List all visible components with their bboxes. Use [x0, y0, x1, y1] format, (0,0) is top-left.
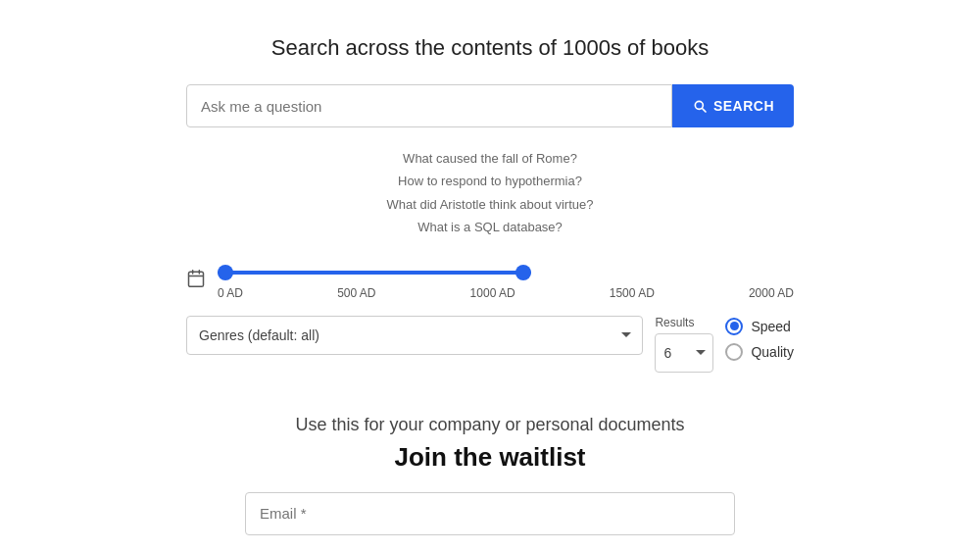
- results-group: Results 3 6 9 12: [655, 316, 713, 373]
- date-range-slider[interactable]: [218, 263, 531, 282]
- results-label: Results: [655, 316, 694, 329]
- bottom-subtitle: Use this for your company or personal do…: [295, 412, 684, 438]
- page-title: Search across the contents of 1000s of b…: [271, 35, 709, 61]
- slider-thumb-right[interactable]: [515, 265, 531, 280]
- radio-quality[interactable]: Quality: [725, 343, 794, 361]
- search-button-label: SEARCH: [713, 98, 774, 114]
- email-input[interactable]: [245, 492, 735, 535]
- radio-quality-circle: [725, 343, 743, 361]
- label-500-ad: 500 AD: [337, 286, 375, 300]
- svg-rect-0: [189, 272, 204, 286]
- slider-thumb-left[interactable]: [218, 265, 233, 280]
- bottom-title: Join the waitlist: [394, 442, 585, 473]
- filters-section: 0 AD 500 AD 1000 AD 1500 AD 2000 AD Genr…: [186, 263, 794, 373]
- search-icon: [692, 98, 708, 114]
- calendar-icon: [186, 269, 206, 293]
- radio-speed-label: Speed: [751, 319, 790, 334]
- search-button[interactable]: SEARCH: [672, 84, 794, 127]
- label-2000-ad: 2000 AD: [749, 286, 794, 300]
- controls-row: Genres (default: all) Fiction Non-Fictio…: [186, 316, 794, 373]
- radio-speed-circle: [725, 318, 743, 335]
- date-range-row: 0 AD 500 AD 1000 AD 1500 AD 2000 AD: [186, 263, 794, 300]
- example-line-2: How to respond to hypothermia?: [386, 170, 593, 192]
- search-bar-row: SEARCH: [186, 84, 794, 127]
- label-1000-ad: 1000 AD: [470, 286, 515, 300]
- bottom-section: Use this for your company or personal do…: [0, 412, 980, 535]
- page-wrapper: Search across the contents of 1000s of b…: [0, 0, 980, 535]
- example-line-1: What caused the fall of Rome?: [386, 147, 593, 170]
- example-line-3: What did Aristotle think about virtue?: [386, 193, 593, 216]
- radio-group: Speed Quality: [725, 316, 794, 361]
- results-select[interactable]: 3 6 9 12: [655, 333, 713, 373]
- example-queries: What caused the fall of Rome? How to res…: [386, 147, 593, 239]
- slider-labels: 0 AD 500 AD 1000 AD 1500 AD 2000 AD: [218, 286, 794, 300]
- genres-dropdown[interactable]: Genres (default: all) Fiction Non-Fictio…: [186, 316, 643, 355]
- label-1500-ad: 1500 AD: [610, 286, 655, 300]
- example-line-4: What is a SQL database?: [386, 216, 593, 238]
- label-0-ad: 0 AD: [218, 286, 243, 300]
- radio-speed[interactable]: Speed: [725, 318, 794, 335]
- slider-track: [218, 271, 531, 275]
- radio-quality-label: Quality: [751, 344, 794, 360]
- search-input[interactable]: [186, 84, 672, 127]
